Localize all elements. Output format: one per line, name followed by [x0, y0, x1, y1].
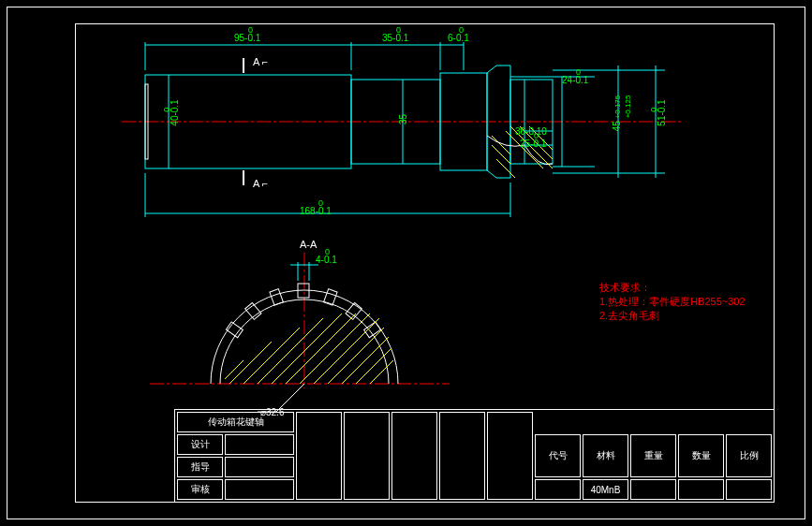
tech-requirements-title: 技术要求： — [599, 281, 651, 295]
title-block: 传动箱花键轴 设计 代号 材料 重量 数量 比例 指导 审核 40MnB — [174, 409, 775, 503]
tb-scale: 比例 — [726, 434, 772, 477]
dim-51: 0 51-0.1 — [657, 99, 667, 125]
tb-review: 审核 — [177, 479, 223, 500]
tb-guide: 指导 — [177, 457, 223, 477]
dim-36: 36-0.10 — [515, 126, 547, 137]
section-title: A-A — [300, 239, 317, 250]
dim-40: 0 40-0.1 — [170, 99, 180, 125]
dim-35v: 35 — [398, 114, 408, 124]
tb-design: 设计 — [177, 434, 223, 455]
section-marker-bottom: A ⌐ — [253, 178, 268, 189]
tb-material: 材料 — [583, 434, 628, 477]
dim-35: 0 35-0.1 — [382, 33, 408, 43]
dim-24: 0 24-0.1 — [562, 75, 588, 85]
dim-45: 45 +0.175+0.125 — [612, 95, 632, 132]
tech-requirement-1: 1.热处理：零件硬度HB255~302 — [599, 295, 746, 309]
dim-95: 0 95-0.1 — [234, 33, 260, 43]
dim-4: 0 4-0.1 — [316, 255, 337, 265]
tb-material-val: 40MnB — [583, 479, 628, 500]
tb-weight: 重量 — [630, 434, 676, 477]
dim-6: 0 6-0.1 — [448, 33, 469, 43]
drawing-name: 传动箱花键轴 — [177, 412, 294, 432]
section-marker-top: A ⌐ — [253, 56, 268, 67]
dim-168: 0 168-0.1 — [300, 206, 332, 216]
tech-requirement-2: 2.去尖角毛刺 — [599, 309, 659, 323]
tb-qty: 数量 — [678, 434, 724, 477]
tb-code: 代号 — [535, 434, 581, 477]
dim-25: 0 25-0.1 — [520, 139, 546, 149]
cad-viewport: 0 95-0.1 0 35-0.1 0 6-0.1 0 24-0.1 0 168… — [0, 0, 812, 526]
